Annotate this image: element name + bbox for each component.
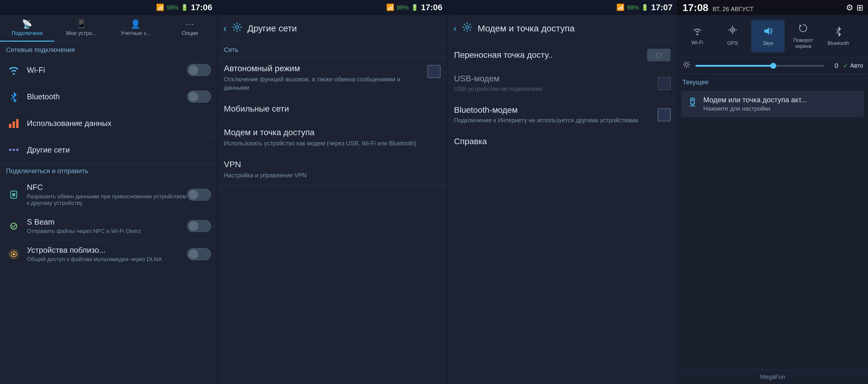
quick-wifi-label: Wi-Fi bbox=[691, 40, 703, 46]
svg-rect-31 bbox=[691, 99, 694, 101]
tether-help-item[interactable]: Справка bbox=[447, 130, 677, 153]
quick-toggle-sound[interactable]: Звук bbox=[751, 20, 785, 52]
tab-my-device[interactable]: 📱 Мое устро... bbox=[54, 15, 109, 41]
nearby-label: Устройства поблизо... Общий доступ к фай… bbox=[27, 245, 187, 263]
notif-top-icons: ⚙ ⊞ bbox=[846, 3, 863, 12]
tether-item-usb[interactable]: USB-модем USB-устройство не подключено bbox=[447, 67, 677, 99]
wifi-label: Wi-Fi bbox=[27, 65, 187, 75]
net-item-mobile[interactable]: Мобильные сети bbox=[217, 97, 447, 121]
tab-bar-1: 📡 Подключени 📱 Мое устро... 👤 Учетные з.… bbox=[0, 15, 217, 42]
data-usage-icon bbox=[6, 115, 22, 131]
svg-point-14 bbox=[732, 29, 734, 31]
notif-section-current: Текущее bbox=[678, 74, 868, 89]
quick-toggle-wifi[interactable]: Wi-Fi bbox=[681, 20, 714, 52]
settings-item-nfc[interactable]: NFC Разрешить обмен данными при прикосно… bbox=[0, 177, 217, 212]
section-share-label: Подключиться и отправить bbox=[0, 163, 217, 177]
svg-marker-20 bbox=[800, 24, 802, 26]
usb-tether-checkbox[interactable] bbox=[658, 77, 671, 90]
svg-point-4 bbox=[12, 149, 15, 151]
clock-3: 17:07 bbox=[651, 3, 673, 12]
net-item-tethering[interactable]: Модем и точка доступа Использовать устро… bbox=[217, 121, 447, 153]
settings-item-sbeam[interactable]: S Beam Отправить файлы через NFC и Wi-Fi… bbox=[0, 212, 217, 240]
back-button-3[interactable]: ‹ bbox=[454, 23, 457, 34]
settings-item-nearby[interactable]: Устройства поблизо... Общий доступ к фай… bbox=[0, 240, 217, 268]
tab-connections[interactable]: 📡 Подключени bbox=[0, 15, 54, 41]
settings-item-bluetooth[interactable]: Bluetooth bbox=[0, 83, 217, 110]
back-button-2[interactable]: ‹ bbox=[223, 23, 226, 34]
quick-toggle-rotate[interactable]: Поворот экрана bbox=[786, 20, 820, 52]
airplane-checkbox[interactable] bbox=[427, 65, 441, 78]
sbeam-label: S Beam Отправить файлы через NFC и Wi-Fi… bbox=[27, 217, 187, 234]
notif-clock: 17:08 bbox=[682, 2, 708, 13]
svg-point-8 bbox=[12, 253, 15, 256]
svg-point-3 bbox=[9, 149, 11, 151]
nearby-toggle[interactable] bbox=[187, 248, 211, 260]
section-net-label: Сеть bbox=[217, 42, 447, 57]
quick-gps-label: GPS bbox=[727, 40, 738, 46]
bluetooth-toggle-knob bbox=[189, 92, 198, 101]
panel-notification-shade: 17:08 ВТ, 26 АВГУСТ ⚙ ⊞ Wi-Fi bbox=[677, 0, 868, 384]
battery-pct-1: 98% bbox=[166, 4, 179, 11]
grid-top-icon[interactable]: ⊞ bbox=[856, 3, 863, 12]
quick-toggle-bluetooth[interactable]: Bluetooth bbox=[822, 20, 855, 52]
panel3-settings-icon bbox=[462, 22, 472, 34]
clock-1: 17:06 bbox=[191, 3, 212, 12]
nfc-toggle-knob bbox=[189, 190, 198, 200]
settings-top-icon[interactable]: ⚙ bbox=[846, 3, 854, 12]
sbeam-icon bbox=[6, 218, 22, 234]
brightness-icon bbox=[682, 60, 691, 71]
svg-line-26 bbox=[684, 62, 685, 63]
settings-item-data-usage[interactable]: Использование данных bbox=[0, 110, 217, 137]
net-item-vpn[interactable]: VPN Настройка и управление VPN bbox=[217, 153, 447, 185]
tab-connections-icon: 📡 bbox=[22, 19, 32, 29]
nfc-toggle[interactable] bbox=[187, 189, 211, 201]
tab-options-icon: ⋯ bbox=[186, 19, 194, 29]
tether-item-wifi-hotspot[interactable]: Переносная точка досту.. ◯ bbox=[447, 42, 677, 67]
svg-marker-19 bbox=[764, 28, 769, 35]
brightness-fill bbox=[695, 65, 773, 67]
status-bar-3: 📶 98% 🔋 17:07 bbox=[447, 0, 677, 15]
battery-icon-2: 🔋 bbox=[411, 4, 418, 11]
other-networks-label: Другие сети bbox=[27, 145, 211, 155]
battery-pct-2: 98% bbox=[397, 4, 409, 11]
wifi-hotspot-toggle[interactable]: ◯ bbox=[647, 49, 671, 62]
bluetooth-icon bbox=[6, 89, 22, 105]
nfc-icon bbox=[6, 187, 22, 203]
svg-point-21 bbox=[685, 63, 688, 66]
battery-icon-3: 🔋 bbox=[641, 4, 649, 11]
notif-card-tethering[interactable]: Модем или точка доступа акт... Нажмите д… bbox=[681, 91, 864, 117]
panel-other-networks: 📶 98% 🔋 17:06 ‹ Другие сети Сеть Автоном… bbox=[217, 0, 447, 384]
usb-tether-text: USB-модем USB-устройство не подключено bbox=[454, 74, 658, 93]
carrier-bar: MegaFon bbox=[678, 370, 868, 384]
tab-accounts[interactable]: 👤 Учетные з... bbox=[108, 15, 163, 41]
status-bar-1: 📶 98% 🔋 17:06 bbox=[0, 0, 217, 15]
brightness-auto[interactable]: ✓ Авто bbox=[843, 62, 863, 70]
quick-wifi-icon bbox=[692, 26, 703, 38]
bluetooth-toggle[interactable] bbox=[187, 91, 211, 102]
notif-card-icon bbox=[686, 96, 699, 109]
brightness-value: 0 bbox=[829, 62, 838, 70]
sbeam-toggle[interactable] bbox=[187, 220, 211, 232]
tether-item-bluetooth[interactable]: Bluetooth-модем Подключение к Интернету … bbox=[447, 99, 677, 130]
net-item-airplane[interactable]: Автономный режим Отключение функций вызо… bbox=[217, 57, 447, 97]
quick-bluetooth-label: Bluetooth bbox=[828, 40, 849, 46]
brightness-slider[interactable] bbox=[695, 65, 824, 67]
tab-options[interactable]: ⋯ Опции bbox=[163, 15, 217, 41]
wifi-icon bbox=[6, 62, 22, 78]
quick-sound-label: Звук bbox=[763, 40, 773, 46]
signal-icon-2: 📶 bbox=[386, 4, 394, 11]
svg-point-12 bbox=[466, 26, 469, 29]
svg-point-5 bbox=[16, 149, 19, 151]
quick-bluetooth-icon bbox=[835, 26, 842, 39]
settings-item-other-networks[interactable]: Другие сети bbox=[0, 137, 217, 163]
nearby-icon bbox=[6, 246, 22, 262]
panel2-settings-icon bbox=[232, 22, 242, 34]
wifi-toggle[interactable] bbox=[187, 64, 211, 76]
bt-tether-checkbox[interactable] bbox=[658, 108, 671, 121]
brightness-thumb bbox=[770, 63, 776, 69]
quick-toggle-gps[interactable]: GPS bbox=[716, 20, 749, 52]
quick-rotate-label: Поворот экрана bbox=[793, 37, 813, 49]
bluetooth-label: Bluetooth bbox=[27, 92, 187, 101]
brightness-row: 0 ✓ Авто bbox=[678, 57, 868, 74]
settings-item-wifi[interactable]: Wi-Fi bbox=[0, 57, 217, 83]
